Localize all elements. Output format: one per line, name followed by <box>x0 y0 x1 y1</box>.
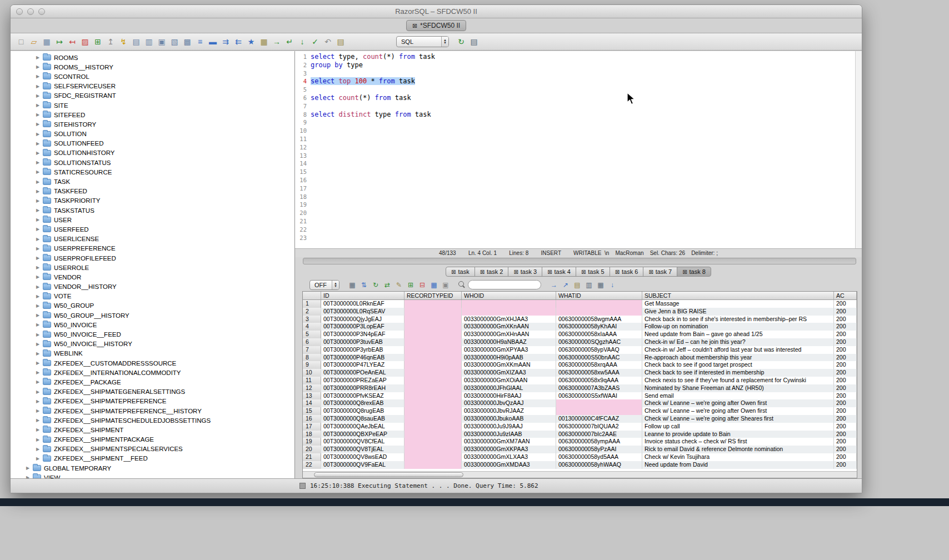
cell-recordtypeid[interactable] <box>404 415 462 423</box>
disclosure-triangle-icon[interactable]: ▶ <box>34 408 42 413</box>
tree-item[interactable]: ▶TASK <box>11 177 294 186</box>
tree-item[interactable]: ▶SOLUTIONHISTORY <box>11 148 294 158</box>
tree-item[interactable]: ▶TASKPRIORITY <box>11 196 294 206</box>
cell-whatid[interactable]: 006300000058wgmAAA <box>556 316 642 323</box>
cell-whoid[interactable]: 0033000000GmXIZAA3 <box>462 369 556 377</box>
cell-whoid[interactable]: 0033000000GmXM7AAN <box>462 438 556 446</box>
cell-ac[interactable]: 200 <box>834 438 857 446</box>
disclosure-triangle-icon[interactable]: ▶ <box>34 189 42 194</box>
code-line[interactable] <box>311 226 855 234</box>
table-row[interactable]: 1200T3000000PRR8rEAH0033000000JFhGlAAL00… <box>303 384 857 392</box>
log-icon[interactable]: ▤ <box>468 36 480 47</box>
table-row[interactable]: 900T3000000P47LYEAZ0033000000GmXKmAAN006… <box>303 361 857 369</box>
title-bar[interactable]: RazorSQL – SFDCW50 II <box>11 5 862 18</box>
cell-whoid[interactable]: 0033000000JbvQzAAJ <box>462 399 556 407</box>
cell-recordtypeid[interactable] <box>404 361 462 369</box>
save-results-icon[interactable]: ▦ <box>347 280 357 290</box>
cell-whatid[interactable] <box>556 300 642 308</box>
cell-ac[interactable]: 200 <box>834 431 857 438</box>
cell-subject[interactable]: Get Massage <box>642 300 834 308</box>
cell-whoid[interactable]: 0033000000Ju9zIAAB <box>462 431 556 438</box>
tree-item[interactable]: ▶SITEHISTORY <box>11 119 294 129</box>
cell-subject[interactable]: Nominated by Shane Freeman at ANZ (HR50) <box>642 384 834 392</box>
close-tab-icon[interactable]: ⊠ <box>581 269 586 275</box>
insert-row-icon[interactable]: ⊞ <box>406 280 416 290</box>
tree-item[interactable]: ▶ZKFEDEX__SHIPMENTSPECIALSERVICES <box>11 444 294 454</box>
tree-item[interactable]: ▶SOLUTIONSTATUS <box>11 158 294 167</box>
cell-id[interactable]: 00T3000000POeAnEAL <box>321 369 404 377</box>
tree-item[interactable]: ▶TASKFEED <box>11 187 294 196</box>
return-icon[interactable]: ↵ <box>284 36 295 47</box>
delete-file-icon[interactable]: ▨ <box>79 36 91 47</box>
delete-row-icon[interactable]: ⊟ <box>417 280 427 290</box>
import-icon[interactable]: ↦ <box>54 36 65 47</box>
disclosure-triangle-icon[interactable]: ▶ <box>34 256 42 261</box>
cell-id[interactable]: 00T3000000P46qnEAB <box>321 354 404 362</box>
tree-item[interactable]: ▶ZKFEDEX__SHIPMATEPREFERENCE__HISTORY <box>11 406 294 416</box>
cell-id[interactable]: 00T3000000L0RknEAF <box>321 300 404 308</box>
row-number[interactable]: 11 <box>303 377 321 384</box>
cell-ac[interactable]: 200 <box>834 338 857 346</box>
cell-recordtypeid[interactable] <box>404 377 462 384</box>
add-file-icon[interactable]: ⊞ <box>92 36 103 47</box>
disclosure-triangle-icon[interactable]: ▶ <box>34 418 42 423</box>
execute-sql-icon[interactable]: ↯ <box>118 36 129 47</box>
cell-subject[interactable]: Need update from Bain – gave go ahead 1/… <box>642 331 834 338</box>
cell-subject[interactable]: Invoice status check – check w/ RS first <box>642 438 834 446</box>
tree-item[interactable]: ▶STATICRESOURCE <box>11 167 294 177</box>
cell-subject[interactable]: Re-approach about membership this year <box>642 354 834 362</box>
tree-item[interactable]: ▶SITE <box>11 101 294 110</box>
code-line[interactable] <box>311 217 855 226</box>
disclosure-triangle-icon[interactable]: ▶ <box>34 160 42 165</box>
cell-whoid[interactable]: 0033000000HirF8AAJ <box>462 392 556 400</box>
go-results-icon[interactable]: → <box>549 280 559 290</box>
cell-ac[interactable]: 200 <box>834 461 857 469</box>
column-header-subject[interactable]: SUBJECT <box>642 292 834 299</box>
tree-item[interactable]: ▶ZKFEDEX__PACKAGE <box>11 377 294 387</box>
table-row[interactable]: 700T3000000P3yrbEAB0033000000GmXPYAA3006… <box>303 346 857 354</box>
tree-item[interactable]: ▶W50_INVOICE <box>11 320 294 329</box>
cell-ac[interactable]: 200 <box>834 346 857 354</box>
row-number[interactable]: 15 <box>303 407 321 415</box>
cell-recordtypeid[interactable] <box>404 384 462 392</box>
disclosure-triangle-icon[interactable]: ▶ <box>34 84 42 89</box>
cell-subject[interactable]: Check w/ Kevin Tsujihara <box>642 453 834 461</box>
column-header-ac[interactable]: AC <box>834 292 857 299</box>
new-file-icon[interactable]: □ <box>16 36 27 47</box>
disclosure-triangle-icon[interactable]: ▶ <box>34 322 42 327</box>
table-row[interactable]: 1100T3000000PREZaEAP0033000000GmXOiAAN00… <box>303 377 857 384</box>
table-row[interactable]: 1400T3000000Q8rexEAB0033000000JbvQzAAJCh… <box>303 399 857 407</box>
cell-whoid[interactable]: 0033000000H9i0pAAB <box>462 354 556 362</box>
row-number[interactable]: 3 <box>303 316 321 323</box>
disclosure-triangle-icon[interactable]: ▶ <box>34 141 42 146</box>
open-in-editor-icon[interactable]: ↗ <box>561 280 571 290</box>
cell-whoid[interactable] <box>462 308 556 316</box>
sync-icon[interactable]: ⇄ <box>382 280 392 290</box>
close-tab-icon[interactable]: ⊠ <box>513 269 518 275</box>
results-tab-task-2[interactable]: ⊠task 2 <box>474 267 509 277</box>
cell-whoid[interactable]: 0033000000GmXLXAA3 <box>462 453 556 461</box>
disclosure-triangle-icon[interactable]: ▶ <box>34 55 42 60</box>
cell-whoid[interactable]: 0033000000GmXHnAAN <box>462 331 556 338</box>
grid-body[interactable]: 100T3000000L0RknEAFGet Massage200200T300… <box>303 300 857 471</box>
copy-results-icon[interactable]: ▣ <box>441 280 451 290</box>
disclosure-triangle-icon[interactable]: ▶ <box>34 447 42 452</box>
cell-recordtypeid[interactable] <box>404 399 462 407</box>
table-row[interactable]: 500T3000000P3N4pEAF0033000000GmXHnAAN006… <box>303 331 857 338</box>
export-results-icon[interactable]: ▥ <box>584 280 594 290</box>
sort-icon[interactable]: ⇅ <box>359 280 369 290</box>
tree-item[interactable]: ▶W50_GROUP__HISTORY <box>11 311 294 320</box>
cell-subject[interactable]: Check w/ Leanne – we're going after Owen… <box>642 399 834 407</box>
editor-code[interactable]: select type, count(*) from taskgroup by … <box>309 51 855 248</box>
code-line[interactable] <box>311 152 855 160</box>
cell-subject[interactable]: Rick to email David & reference Delmonte… <box>642 446 834 453</box>
disclosure-triangle-icon[interactable]: ▶ <box>34 64 42 69</box>
disclosure-triangle-icon[interactable]: ▶ <box>34 237 42 242</box>
row-number[interactable]: 5 <box>303 331 321 338</box>
column-header-whatid[interactable]: WHATID <box>556 292 642 299</box>
tree-item[interactable]: ▶USERFEED <box>11 224 294 234</box>
cell-subject[interactable]: Give Jenn a BIG RAISE <box>642 308 834 316</box>
cell-whatid[interactable]: 006300000058yKhAAI <box>556 323 642 331</box>
cell-id[interactable]: 00T3000000Q8sauEAB <box>321 415 404 423</box>
zoom-window-icon[interactable] <box>38 8 45 15</box>
